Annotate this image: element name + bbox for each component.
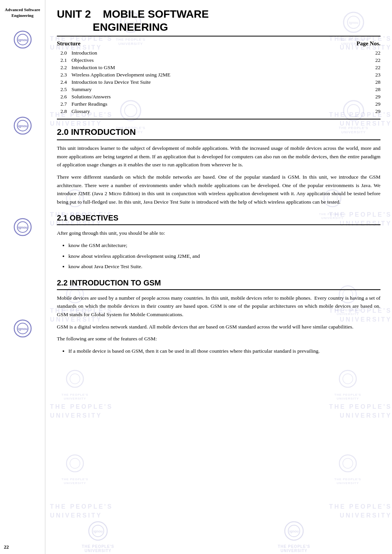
svg-text:ignou: ignou (93, 529, 103, 533)
gsm-features-list: If a mobile device is based on GSM, then… (68, 347, 380, 355)
sidebar-logo-3: ignou (9, 217, 36, 242)
section-2-1-heading: 2.1 OBJECTIVES (57, 211, 380, 225)
toc-label-2-3: Wireless Application Development using J… (71, 72, 170, 78)
toc-num-2-8: 2.8 (57, 108, 67, 114)
structure-label: Structure (57, 40, 80, 47)
toc-page-2-0: 22 (375, 50, 381, 56)
toc-page-2-4: 28 (375, 79, 381, 85)
svg-point-21 (343, 374, 353, 384)
svg-point-23 (70, 458, 80, 468)
intro-para-2: There were different standards on which … (57, 173, 380, 206)
toc-num-2-2: 2.2 (57, 65, 67, 71)
toc-section: Structure Page Nos. 2.0Introduction 22 2… (57, 36, 380, 119)
gsm-para-2: GSM is a digital wireless network standa… (57, 323, 380, 331)
toc-page-2-3: 23 (375, 72, 381, 78)
svg-point-41 (285, 522, 303, 540)
objectives-item-3: know about Java Device Test Suite. (68, 262, 380, 271)
objectives-item-2: know about wireless application developm… (68, 252, 380, 260)
sidebar-title: Advanced Software Engineering (0, 4, 45, 22)
objectives-item-1: know the GSM architecture; (68, 241, 380, 250)
toc-num-2-6: 2.6 (57, 94, 67, 100)
toc-label-2-4: Introduction to Java Device Test Suite (71, 79, 151, 85)
toc-row-2-3: 2.3Wireless Application Development usin… (57, 71, 380, 78)
toc-label-2-5: Summary (71, 86, 92, 93)
toc-row-2-7: 2.7Further Readings 29 (57, 100, 380, 108)
watermark-band-11: THE PEOPLE'S THE PEOPLE'S (50, 503, 392, 510)
toc-row-2-4: 2.4Introduction to Java Device Test Suit… (57, 78, 380, 86)
watermark-band-9: THE PEOPLE'S THE PEOPLE'S (50, 403, 392, 410)
toc-num-2-0: 2.0 (57, 50, 67, 56)
toc-page-2-5: 28 (375, 86, 381, 93)
section-2-2-heading: 2.2 INTRODUCTION TO GSM (57, 275, 380, 290)
toc-row-2-1: 2.1Objectives 22 (57, 56, 380, 64)
toc-label-2-1: Objectives (71, 57, 94, 63)
toc-num-2-7: 2.7 (57, 101, 67, 107)
sidebar-logo-1: ignou (9, 30, 36, 54)
toc-page-2-7: 29 (375, 101, 381, 107)
toc-label-2-8: Glossary (71, 108, 90, 114)
gsm-feature-1: If a mobile device is based on GSM, then… (68, 347, 380, 355)
toc-page-2-1: 22 (375, 57, 381, 63)
unit-name-line1: MOBILE SOFTWARE (103, 8, 209, 20)
bottom-wm-2: ignou THE PEOPLE'SUNIVERSITY (278, 521, 310, 553)
main-content: UNIT 2 MOBILE SOFTWARE ENGINEERING Struc… (45, 0, 392, 374)
toc-row-2-8: 2.8Glossary 29 (57, 108, 380, 115)
svg-point-24 (339, 455, 356, 472)
page-nos-label: Page Nos. (357, 40, 381, 47)
sidebar-logo-4: ignou (9, 318, 36, 343)
toc-num-2-5: 2.5 (57, 86, 67, 93)
toc-num-2-3: 2.3 (57, 72, 67, 78)
gsm-para-1: Mobile devices are used by a number of p… (57, 294, 380, 319)
toc-page-2-6: 29 (375, 94, 381, 100)
toc-row-2-5: 2.5Summary 28 (57, 86, 380, 93)
toc-label-2-0: Introduction (71, 50, 97, 56)
svg-point-19 (70, 374, 80, 384)
watermark-s8: THE PEOPLE'SUNIVERSITY (334, 453, 361, 485)
svg-text:ignou: ignou (18, 38, 27, 42)
toc-label-2-7: Further Readings (71, 101, 107, 107)
unit-number: UNIT 2 (57, 8, 91, 20)
bottom-wm-1: ignou THE PEOPLE'SUNIVERSITY (82, 521, 114, 553)
objectives-intro: After going through this unit, you shoul… (57, 229, 380, 237)
toc-row-2-2: 2.2Introduction to GSM 22 (57, 64, 380, 71)
svg-text:ignou: ignou (18, 226, 27, 229)
page-number: 22 (4, 544, 9, 550)
watermark-s7: THE PEOPLE'SUNIVERSITY (61, 453, 88, 485)
intro-para-1: This unit introduces learner to the subj… (57, 144, 380, 169)
toc-row-2-6: 2.6Solutions/Answers 29 (57, 93, 380, 100)
svg-point-38 (89, 522, 107, 540)
bottom-watermarks: ignou THE PEOPLE'SUNIVERSITY ignou THE P… (0, 519, 392, 554)
toc-page-2-2: 22 (375, 65, 381, 71)
watermark-band-10: UNIVERSITY UNIVERSITY (50, 412, 392, 419)
unit-name-line2: ENGINEERING (93, 21, 168, 33)
objectives-list: know the GSM architecture; know about wi… (68, 241, 380, 271)
sidebar-logo-2: ignou (9, 116, 36, 140)
svg-text:ignou: ignou (18, 327, 27, 331)
svg-point-25 (343, 458, 353, 468)
svg-text:ignou: ignou (289, 529, 299, 533)
svg-point-39 (92, 525, 104, 537)
svg-point-42 (288, 525, 300, 537)
watermark-band-12: UNIVERSITY UNIVERSITY (50, 512, 392, 519)
toc-num-2-4: 2.4 (57, 79, 67, 85)
gsm-para-3: The following are some of the features o… (57, 335, 380, 343)
svg-point-22 (66, 455, 83, 472)
unit-header: UNIT 2 MOBILE SOFTWARE ENGINEERING (57, 8, 380, 36)
toc-num-2-1: 2.1 (57, 57, 67, 63)
left-sidebar: Advanced Software Engineering ignou igno… (0, 0, 45, 554)
toc-row-2-0: 2.0Introduction 22 (57, 49, 380, 56)
svg-text:ignou: ignou (18, 124, 27, 128)
structure-header: Structure Page Nos. (57, 40, 380, 47)
section-2-0-heading: 2.0 INTRODUCTION (57, 123, 380, 140)
toc-label-2-6: Solutions/Answers (71, 94, 111, 100)
unit-title: UNIT 2 MOBILE SOFTWARE ENGINEERING (57, 8, 380, 33)
toc-page-2-8: 29 (375, 108, 381, 114)
toc-label-2-2: Introduction to GSM (71, 65, 115, 71)
